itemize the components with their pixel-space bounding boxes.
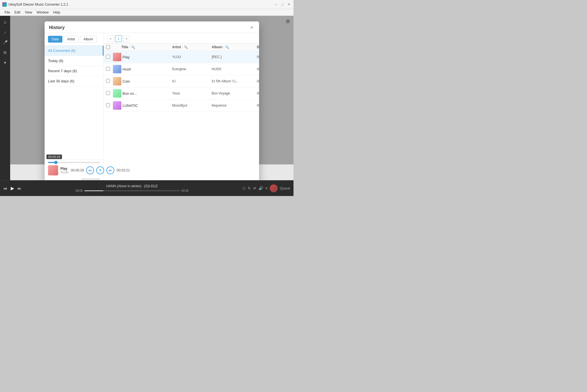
menu-bar: File Edit View Window Help — [0, 9, 294, 16]
player-avatar — [270, 184, 278, 192]
close-button[interactable]: ✕ — [286, 2, 291, 7]
row-album: [REC.] — [212, 55, 257, 59]
row-checkbox-cell — [106, 79, 113, 84]
mini-player-title: Play — [60, 167, 69, 171]
th-artist: Artist ↕ 🔍 — [172, 45, 212, 49]
player-progress-fill — [84, 190, 104, 191]
sidebar-music[interactable]: ♪ — [1, 28, 9, 36]
row-artist: MoonByul — [172, 103, 212, 107]
row-artist: Everglow — [172, 67, 212, 71]
row-checkbox[interactable] — [106, 103, 110, 107]
mini-player-seekbar[interactable]: 00:00:29 — [48, 162, 100, 163]
filter-tab-date[interactable]: Date — [48, 36, 62, 43]
title-bar: UkeySoft Deezer Music Converter 1.2.1 ─ … — [0, 0, 294, 9]
row-duration: 00:03:25 — [257, 103, 259, 107]
modal-close-button[interactable]: × — [249, 25, 255, 30]
row-title: Coin — [121, 79, 172, 83]
row-artist: YUJU — [172, 55, 212, 59]
sidebar-mic[interactable]: 🎤 — [1, 38, 9, 46]
history-item-7days[interactable]: Recent 7 days (6) — [45, 66, 104, 76]
table-row: Bon vo... Yooa Bon Voyage 00:03:39 ▶ 📁 🗑 — [104, 87, 259, 100]
history-item-30days[interactable]: Last 30 days (6) — [45, 76, 104, 86]
modal-body: Date Artist Album All Converted (6) Toda… — [45, 33, 259, 180]
row-checkbox-cell — [106, 55, 113, 60]
th-title: Title ↕ 🔍 — [121, 45, 172, 49]
menu-edit[interactable]: Edit — [12, 10, 23, 15]
history-item-all[interactable]: All Converted (6) — [45, 46, 104, 56]
player-prev-button[interactable]: ⏮ — [3, 186, 7, 191]
sidebar-heart[interactable]: ♥ — [1, 59, 9, 67]
player-track-name: HANN (Alone in winter) · (G)I-DLE — [106, 184, 158, 188]
app-title: UkeySoft Deezer Music Converter 1.2.1 — [8, 3, 274, 6]
filter-tab-artist[interactable]: Artist — [63, 36, 78, 43]
app-window: UkeySoft Deezer Music Converter 1.2.1 ─ … — [0, 0, 294, 196]
player-cast-button[interactable]: ⬡ — [242, 186, 246, 190]
row-checkbox[interactable] — [106, 91, 110, 95]
album-search-icon[interactable]: 🔍 — [225, 45, 229, 49]
row-duration: 00:03:13 — [257, 79, 259, 83]
title-sort-icon[interactable]: ↕ — [129, 46, 130, 49]
page-prev-button[interactable]: < — [107, 35, 114, 42]
player-right-controls: ⬡ ↻ ⇄ 🔊 ≡ Queue — [242, 184, 290, 192]
right-panel: < 1 > — [104, 33, 259, 180]
th-duration: Duration ↕ — [257, 45, 259, 49]
row-checkbox-cell — [106, 67, 113, 72]
row-album-art — [113, 65, 121, 73]
row-title: LUNATIC — [121, 103, 172, 108]
player-equalizer-button[interactable]: ≡ — [265, 186, 268, 190]
th-artist-label: Artist — [172, 45, 181, 49]
row-checkbox[interactable] — [106, 79, 110, 83]
artist-search-icon[interactable]: 🔍 — [184, 45, 188, 49]
minimize-button[interactable]: ─ — [274, 2, 279, 7]
table-row: Coin IU IU 5th Album 'LI... 00:03:13 ▶ 📁… — [104, 75, 259, 87]
track-table: Play YUJU [REC.] 00:03:21 📊 📁 🗑 — [104, 51, 259, 180]
filter-tab-album[interactable]: Album — [80, 36, 97, 43]
mini-player-artist: YUJU — [60, 171, 69, 174]
player-controls: ⏮ ▶ ⏭ — [3, 186, 21, 191]
title-search-icon[interactable]: 🔍 — [131, 45, 135, 49]
row-album-art — [113, 101, 121, 110]
row-album: IU 5th Album 'LI... — [212, 79, 257, 83]
sidebar: ⌂ ♪ 🎤 ⊞ ♥ — [0, 16, 10, 180]
th-checkbox — [106, 45, 113, 49]
menu-view[interactable]: View — [23, 10, 34, 15]
mini-player-fill — [48, 162, 56, 163]
menu-help[interactable]: Help — [51, 10, 63, 15]
player-volume-button[interactable]: 🔊 — [259, 186, 263, 190]
album-sort-icon[interactable]: ↕ — [223, 46, 224, 49]
row-album-art — [113, 77, 121, 85]
artist-sort-icon[interactable]: ↕ — [182, 46, 183, 49]
row-album-art — [113, 53, 121, 61]
player-play-button[interactable]: ▶ — [11, 186, 14, 191]
mini-player-tooltip: 00:00:29 — [47, 155, 62, 159]
page-current-button[interactable]: 1 — [115, 35, 122, 42]
page-next-button[interactable]: > — [123, 35, 130, 42]
maximize-button[interactable]: □ — [280, 2, 285, 7]
modal-overlay: History × Date Artist Album — [10, 16, 294, 164]
sidebar-grid[interactable]: ⊞ — [1, 49, 9, 56]
table-header-row: < 1 > — [104, 33, 259, 43]
select-all-checkbox[interactable] — [106, 45, 110, 49]
menu-window[interactable]: Window — [34, 10, 51, 15]
row-duration: 00:03:21 — [257, 55, 259, 59]
row-checkbox[interactable] — [106, 55, 110, 59]
title-bar-controls: ─ □ ✕ — [274, 2, 291, 7]
th-title-label: Title — [121, 45, 128, 49]
player-track-info: HANN (Alone in winter) · (G)I-DLE 00:00 … — [21, 184, 242, 192]
mini-pause-button[interactable]: ⏸ — [96, 166, 104, 174]
sidebar-home[interactable]: ⌂ — [1, 18, 9, 26]
player-shuffle-button[interactable]: ⇄ — [253, 186, 256, 190]
th-duration-label: Duration — [257, 45, 259, 49]
menu-file[interactable]: File — [2, 10, 12, 15]
player-progress: 00:00 03:39 — [76, 189, 189, 192]
history-item-today[interactable]: Today (6) — [45, 56, 104, 66]
player-progress-bar[interactable] — [84, 190, 180, 191]
row-title: Hush — [121, 67, 172, 71]
delete-button[interactable]: Delete — [81, 178, 100, 180]
player-next-button[interactable]: ⏭ — [17, 186, 21, 191]
mini-player-thumb — [54, 161, 58, 164]
row-checkbox[interactable] — [106, 67, 110, 71]
player-repeat-button[interactable]: ↻ — [248, 186, 251, 190]
mini-skip-prev-button[interactable]: ⏮ — [86, 166, 94, 174]
table-row: LUNATIC MoonByul 6equence 00:03:25 ▶ 📁 🗑 — [104, 100, 259, 112]
